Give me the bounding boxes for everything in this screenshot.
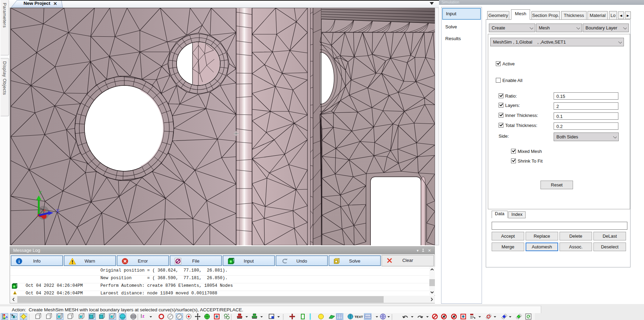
- svg-text:z: z: [142, 314, 144, 319]
- svg-text:Y: Y: [38, 190, 42, 195]
- svg-text:X: X: [56, 208, 60, 214]
- svg-text:TEXT: TEXT: [355, 315, 363, 319]
